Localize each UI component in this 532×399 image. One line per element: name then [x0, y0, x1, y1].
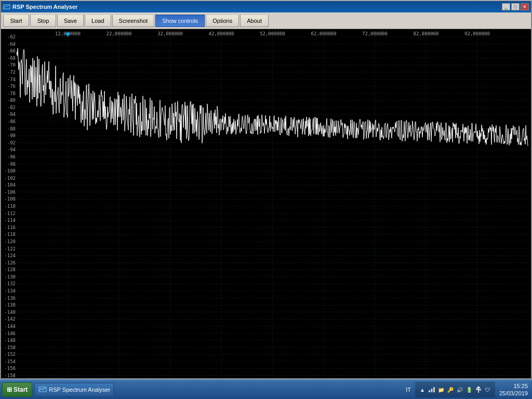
- svg-rect-2: [429, 390, 430, 392]
- svg-rect-8: [476, 389, 478, 390]
- svg-rect-4: [433, 387, 435, 392]
- load-button[interactable]: Load: [85, 15, 111, 27]
- clock-date: 25/03/2019: [499, 390, 528, 397]
- spectrum-display: [1, 29, 531, 378]
- shield-icon[interactable]: 🛡: [484, 385, 492, 394]
- toolbar: Start Stop Save Load Screenshot Show con…: [1, 12, 531, 29]
- svg-point-9: [479, 389, 481, 391]
- spectrum-canvas: [1, 29, 531, 378]
- network-icon[interactable]: [428, 385, 436, 394]
- title-bar-left: RSP Spectrum Analyser: [3, 3, 77, 10]
- title-bar-controls: _ □ ✕: [502, 3, 529, 10]
- stop-button[interactable]: Stop: [30, 15, 56, 27]
- options-button[interactable]: Options: [206, 15, 239, 27]
- clock-time: 15:25: [499, 382, 528, 390]
- start-button[interactable]: Start: [3, 15, 29, 27]
- window-title: RSP Spectrum Analyser: [12, 4, 77, 10]
- system-tray: ▲ 📁 🔑 🔊 🔋 🛡: [415, 382, 495, 397]
- folder-icon[interactable]: 📁: [437, 385, 445, 394]
- about-button[interactable]: About: [240, 15, 269, 27]
- start-label: Start: [14, 386, 28, 393]
- show-controls-button[interactable]: Show controls: [155, 15, 205, 27]
- screenshot-button[interactable]: Screenshot: [112, 15, 155, 27]
- taskbar-app-label: RSP Spectrum Analyser: [49, 387, 110, 393]
- svg-rect-3: [431, 389, 432, 392]
- speaker-icon[interactable]: 🔊: [456, 385, 464, 394]
- title-bar: RSP Spectrum Analyser _ □ ✕: [1, 1, 531, 12]
- usb-icon[interactable]: [474, 385, 483, 394]
- minimize-button[interactable]: _: [502, 3, 510, 10]
- main-window: RSP Spectrum Analyser _ □ ✕ Start Stop S…: [0, 0, 532, 379]
- battery-icon[interactable]: 🔋: [465, 385, 473, 394]
- system-clock: 15:25 25/03/2019: [497, 382, 530, 397]
- taskbar: ⊞ Start RSP Spectrum Analyser IT ▲ 📁 🔑: [0, 379, 532, 399]
- key-icon[interactable]: 🔑: [446, 385, 455, 394]
- close-button[interactable]: ✕: [521, 3, 529, 10]
- taskbar-right: IT ▲ 📁 🔑 🔊 🔋: [404, 382, 530, 397]
- save-button[interactable]: Save: [57, 15, 84, 27]
- maximize-button[interactable]: □: [511, 3, 520, 10]
- taskbar-app-icon: [38, 385, 47, 394]
- start-icon: ⊞: [7, 386, 12, 393]
- language-indicator: IT: [404, 387, 413, 393]
- svg-rect-0: [4, 5, 10, 9]
- app-icon: [3, 3, 10, 10]
- arrow-up-icon[interactable]: ▲: [418, 385, 427, 394]
- taskbar-app-item[interactable]: RSP Spectrum Analyser: [34, 383, 114, 396]
- start-menu-button[interactable]: ⊞ Start: [2, 382, 32, 397]
